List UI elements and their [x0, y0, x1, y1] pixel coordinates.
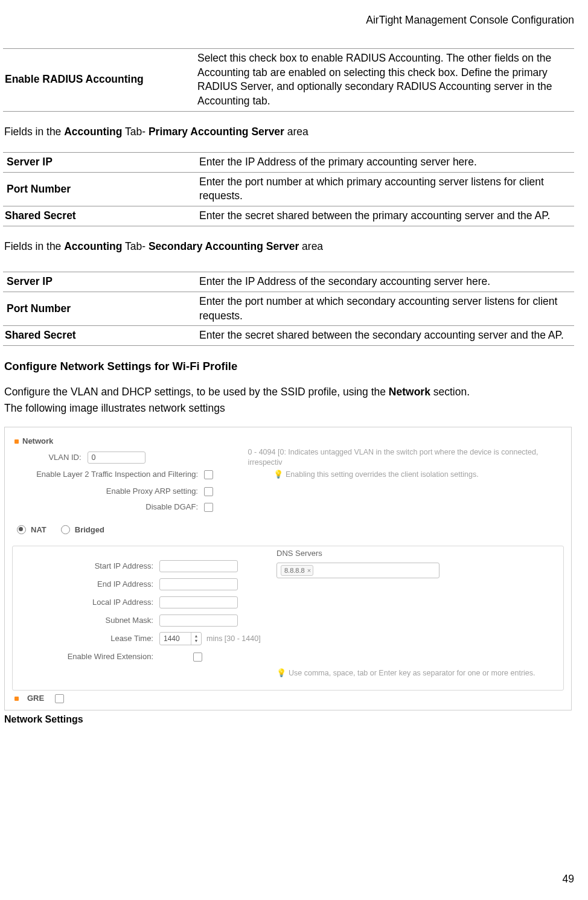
table-primary-accounting: Server IP Enter the IP Address of the pr…	[3, 152, 574, 226]
cell-desc: Select this check box to enable RADIUS A…	[196, 49, 574, 112]
cell-name: Port Number	[3, 292, 197, 325]
table-row: Server IP Enter the IP Address of the se…	[3, 272, 574, 292]
paragraph-network-intro: Configure the VLAN and DHCP settings, to…	[4, 385, 574, 400]
bullet-icon	[14, 697, 19, 701]
table-row: Shared Secret Enter the secret shared be…	[3, 326, 574, 346]
cell-desc: Enter the IP Address of the secondary ac…	[197, 272, 574, 292]
text: area	[284, 126, 308, 138]
cell-desc: Enter the secret shared between the prim…	[197, 206, 574, 226]
gre-checkbox[interactable]	[55, 694, 64, 703]
stepper-arrows-icon[interactable]: ▲▼	[191, 633, 201, 645]
dns-tag[interactable]: 8.8.8.8×	[281, 565, 313, 576]
page-number: 49	[563, 872, 574, 887]
text: area	[299, 240, 323, 252]
lightbulb-icon: 💡	[273, 469, 283, 480]
lease-time-label: Lease Time:	[5, 633, 159, 644]
lightbulb-icon: 💡	[276, 668, 286, 678]
figure-section-title: Network	[14, 436, 53, 447]
remove-tag-icon[interactable]: ×	[307, 566, 311, 575]
proxy-arp-checkbox[interactable]	[204, 487, 213, 496]
text-bold: Primary Accounting Server	[149, 126, 284, 138]
local-ip-label: Local IP Address:	[5, 597, 159, 608]
paragraph-image-caption: The following image illustrates network …	[4, 401, 574, 416]
end-ip-label: End IP Address:	[5, 579, 159, 590]
l2-filter-label: Enable Layer 2 Traffic Inspection and Fi…	[5, 469, 204, 480]
text-bold: Accounting	[64, 126, 122, 138]
subnet-mask-input[interactable]	[159, 614, 238, 627]
dns-servers-input[interactable]: 8.8.8.8×	[276, 563, 439, 578]
cell-desc: Enter the port number at which primary a…	[197, 172, 574, 206]
text-bold: Secondary Accounting Server	[149, 240, 299, 252]
text-bold: Accounting	[64, 240, 122, 252]
start-ip-label: Start IP Address:	[5, 561, 159, 572]
table-row: Server IP Enter the IP Address of the pr…	[3, 153, 574, 173]
bridged-radio[interactable]	[61, 525, 70, 534]
l2-filter-checkbox[interactable]	[204, 470, 213, 479]
cell-name: Enable RADIUS Accounting	[3, 49, 196, 112]
local-ip-input[interactable]	[159, 596, 238, 608]
text: Fields in the	[4, 240, 64, 252]
nat-label: NAT	[31, 525, 46, 535]
vlan-id-input[interactable]	[88, 452, 145, 464]
lease-time-value: 1440	[160, 634, 191, 643]
wired-ext-label: Enable Wired Extension:	[5, 651, 159, 662]
cell-name: Port Number	[3, 172, 197, 206]
dns-hint: Use comma, space, tab or Enter key as se…	[289, 669, 535, 677]
proxy-arp-label: Enable Proxy ARP setting:	[5, 486, 204, 497]
disable-dgaf-checkbox[interactable]	[204, 503, 213, 512]
dns-servers-label: DNS Servers	[276, 548, 322, 559]
lease-time-hint: mins [30 - 1440]	[202, 634, 261, 644]
table-row: Port Number Enter the port number at whi…	[3, 172, 574, 206]
gre-section: GRE	[14, 693, 64, 704]
l2-filter-hint: Enabling this setting overrides the clie…	[286, 470, 479, 479]
text: Network	[22, 436, 53, 445]
cell-name: Server IP	[3, 153, 197, 173]
cell-name: Shared Secret	[3, 326, 197, 346]
vlan-id-label: VLAN ID:	[5, 452, 88, 463]
table-row: Enable RADIUS Accounting Select this che…	[3, 49, 574, 112]
figure-caption: Network Settings	[4, 713, 574, 726]
text: Configure the VLAN and DHCP settings, to…	[4, 386, 389, 398]
bridged-label: Bridged	[75, 525, 104, 535]
table-row: Port Number Enter the port number at whi…	[3, 292, 574, 325]
text: Fields in the	[4, 126, 64, 138]
text-bold: Network	[389, 386, 430, 398]
dns-tag-text: 8.8.8.8	[284, 566, 305, 575]
end-ip-input[interactable]	[159, 578, 238, 590]
text: Tab-	[122, 240, 148, 252]
cell-name: Server IP	[3, 272, 197, 292]
heading-configure-network: Configure Network Settings for Wi-Fi Pro…	[4, 359, 574, 374]
text: section.	[430, 386, 470, 398]
subnet-mask-label: Subnet Mask:	[5, 615, 159, 626]
table-radius-accounting: Enable RADIUS Accounting Select this che…	[3, 48, 574, 112]
wired-ext-checkbox[interactable]	[193, 653, 202, 662]
page-header-title: AirTight Management Console Configuratio…	[366, 13, 574, 28]
cell-desc: Enter the secret shared between the seco…	[197, 326, 574, 346]
gre-label: GRE	[27, 693, 44, 704]
disable-dgaf-label: Disable DGAF:	[5, 502, 204, 512]
nat-radio[interactable]	[17, 525, 26, 534]
cell-desc: Enter the IP Address of the primary acco…	[197, 153, 574, 173]
start-ip-input[interactable]	[159, 560, 238, 572]
figure-network-settings: Network VLAN ID: 0 - 4094 [0: Indicates …	[4, 427, 572, 710]
section-primary-heading: Fields in the Accounting Tab- Primary Ac…	[4, 125, 574, 139]
cell-name: Shared Secret	[3, 206, 197, 226]
bullet-icon	[14, 439, 19, 444]
cell-desc: Enter the port number at which secondary…	[197, 292, 574, 325]
text: Tab-	[122, 126, 148, 138]
table-row: Shared Secret Enter the secret shared be…	[3, 206, 574, 226]
vlan-hint: 0 - 4094 [0: Indicates untagged VLAN in …	[145, 447, 571, 468]
lease-time-stepper[interactable]: 1440 ▲▼	[159, 632, 202, 645]
table-secondary-accounting: Server IP Enter the IP Address of the se…	[3, 272, 574, 346]
section-secondary-heading: Fields in the Accounting Tab- Secondary …	[4, 240, 574, 254]
